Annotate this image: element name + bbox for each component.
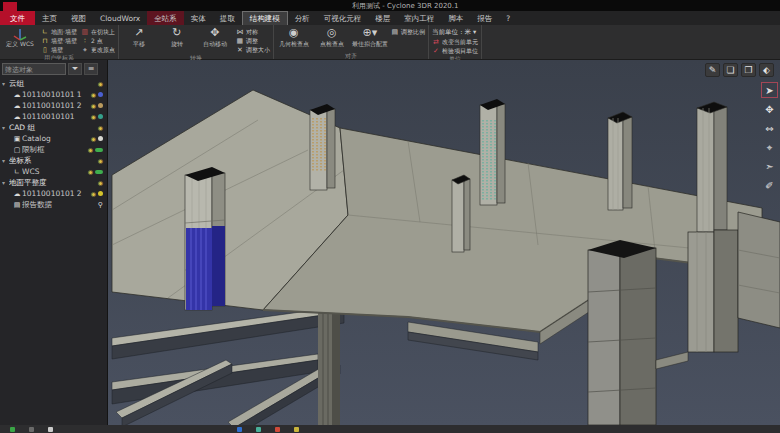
visibility-icon[interactable]: ◉ xyxy=(98,125,103,131)
color-swatch[interactable] xyxy=(95,170,103,174)
taskbar-app-icon[interactable] xyxy=(256,427,261,432)
tree-item-10110010101 1[interactable]: ☁10110010101 1◉ xyxy=(2,89,105,100)
visibility-icon[interactable]: ◉ xyxy=(98,180,103,186)
button-墙壁[interactable]: ▯墙壁 xyxy=(41,46,77,54)
button-几何检查点[interactable]: ◉几何检查点 xyxy=(277,26,311,47)
tab-脚本[interactable]: 脚本 xyxy=(441,11,470,25)
fit-view-icon[interactable]: ⇔ xyxy=(761,120,778,136)
lower-column xyxy=(318,300,340,425)
taskbar-app-icon[interactable] xyxy=(10,427,15,432)
button-墙壁·墙壁[interactable]: ⊓墙壁·墙壁 xyxy=(41,37,77,45)
tab-实体[interactable]: 实体 xyxy=(184,11,213,25)
button-自动移动[interactable]: ✥自动移动 xyxy=(198,26,232,47)
tab-室内工程[interactable]: 室内工程 xyxy=(397,11,441,25)
chevron-down-icon[interactable]: ▾ xyxy=(2,124,9,131)
select-tool-icon[interactable]: ➤ xyxy=(761,82,778,98)
color-swatch[interactable] xyxy=(98,92,103,97)
axis-icon: ∟ xyxy=(12,168,22,176)
button-点检查点[interactable]: ◎点检查点 xyxy=(315,26,349,47)
visibility-icon[interactable]: ◉ xyxy=(91,92,96,98)
3d-viewport-scene[interactable] xyxy=(108,60,780,425)
pen-icon[interactable]: ✎ xyxy=(705,63,720,77)
tree-item-10110010101 2[interactable]: ☁10110010101 2◉ xyxy=(2,100,105,111)
visibility-icon[interactable]: ◉ xyxy=(88,147,93,153)
button-对称[interactable]: ⋈对称 xyxy=(236,28,270,36)
tab-楼层[interactable]: 楼层 xyxy=(368,11,397,25)
visibility-icon[interactable]: ◉ xyxy=(88,169,93,175)
tab-结构建模[interactable]: 结构建模 xyxy=(242,11,288,25)
funnel-icon[interactable]: ⏷ xyxy=(68,63,82,75)
button-更改原点[interactable]: ⌖更改原点 xyxy=(81,46,115,54)
tab-分析[interactable]: 分析 xyxy=(288,11,317,25)
pointcloud-column-teal[interactable] xyxy=(480,99,505,205)
visibility-icon[interactable]: ◉ xyxy=(91,136,96,142)
fly-tool-icon[interactable]: ➣ xyxy=(761,158,778,174)
visibility-icon[interactable]: ◉ xyxy=(91,114,96,120)
button-调整[interactable]: ▦调整 xyxy=(236,37,270,45)
button-label: 墙壁·墙壁 xyxy=(51,37,77,46)
tab-全站系[interactable]: 全站系 xyxy=(147,11,184,25)
button-调整大小[interactable]: ✕调整大小 xyxy=(236,46,270,54)
chevron-down-icon[interactable]: ▾ xyxy=(2,157,9,164)
color-swatch[interactable] xyxy=(98,191,103,196)
button-定义 WCS[interactable]: 定义 WCS xyxy=(3,26,37,47)
tree-group-云组[interactable]: ▾云组◉ xyxy=(2,78,105,89)
color-swatch[interactable] xyxy=(98,114,103,119)
visibility-icon[interactable]: ◉ xyxy=(91,103,96,109)
search-input[interactable] xyxy=(2,63,66,75)
button-地面·墙壁[interactable]: ∟地面·墙壁 xyxy=(41,28,77,36)
button-最佳拟合配置[interactable]: ⊕▾最佳拟合配置 xyxy=(353,26,387,47)
tab-报告[interactable]: 报告 xyxy=(470,11,499,25)
pointcloud-column-orange[interactable] xyxy=(310,104,335,190)
app-menu-button[interactable] xyxy=(3,2,17,11)
chevron-down-icon[interactable]: ▾ xyxy=(2,80,9,87)
visibility-icon[interactable]: ◉ xyxy=(91,191,96,197)
hamburger-icon[interactable]: ≡ xyxy=(84,63,98,75)
tree-item-10110010101[interactable]: ☁10110010101◉ xyxy=(2,111,105,122)
pan-tool-icon[interactable]: ✥ xyxy=(761,101,778,117)
tab-视图[interactable]: 视图 xyxy=(64,11,93,25)
color-swatch[interactable] xyxy=(95,148,103,152)
tab-?[interactable]: ? xyxy=(499,11,517,25)
tab-可视化元程[interactable]: 可视化元程 xyxy=(317,11,369,25)
3d-viewport[interactable]: ✎❏❐⬖ ➤✥⇔⌖➣✐ xyxy=(108,60,780,425)
color-swatch[interactable] xyxy=(98,136,103,141)
tab-提取[interactable]: 提取 xyxy=(213,11,242,25)
button-调整比例[interactable]: ▤调整比例 xyxy=(391,28,425,36)
visibility-icon[interactable]: ◉ xyxy=(98,158,103,164)
button-2 点[interactable]: ∶2 点 xyxy=(81,37,115,45)
wall-icon: ▯ xyxy=(41,46,49,54)
current-unit-dropdown[interactable]: 当前单位：米 ▾ xyxy=(432,28,478,37)
chevron-down-icon[interactable]: ▾ xyxy=(2,179,9,186)
tree-group-坐标系[interactable]: ▾坐标系◉ xyxy=(2,155,105,166)
station-view-icon[interactable]: ⌖ xyxy=(761,139,778,155)
selected-column[interactable] xyxy=(185,167,225,310)
tree-item-WCS[interactable]: ∟WCS◉ xyxy=(2,166,105,177)
tab-CloudWorx[interactable]: CloudWorx xyxy=(93,11,147,25)
button-旋转[interactable]: ↻旋转 xyxy=(160,26,194,47)
color-swatch[interactable] xyxy=(98,103,103,108)
visibility-icon[interactable]: ◉ xyxy=(98,81,103,87)
draw-tool-icon[interactable]: ✐ xyxy=(761,177,778,193)
tree-item-报告数据[interactable]: ▤报告数据⚲ xyxy=(2,199,105,210)
taskbar-app-icon[interactable] xyxy=(294,427,299,432)
tab-主页[interactable]: 主页 xyxy=(35,11,64,25)
button-在切块上[interactable]: ▥在切块上 xyxy=(81,28,115,36)
taskbar-app-icon[interactable] xyxy=(275,427,280,432)
button-平移[interactable]: ↗平移 xyxy=(122,26,156,47)
taskbar-app-icon[interactable] xyxy=(48,427,53,432)
tag-icon[interactable]: ⬖ xyxy=(759,63,774,77)
tree-item-限制框[interactable]: ▢限制框◉ xyxy=(2,144,105,155)
stamp-alt-icon[interactable]: ❐ xyxy=(741,63,756,77)
stamp-icon[interactable]: ❏ xyxy=(723,63,738,77)
taskbar-app-icon[interactable] xyxy=(29,427,34,432)
tree-item-Catalog[interactable]: ▣Catalog◉ xyxy=(2,133,105,144)
taskbar-app-icon[interactable] xyxy=(237,427,242,432)
button-检验项目单位[interactable]: ✓检验项目单位 xyxy=(432,47,478,55)
tab-file[interactable]: 文件 xyxy=(0,11,35,25)
tree-item-10110010101 2[interactable]: ☁10110010101 2◉ xyxy=(2,188,105,199)
tree-group-地面平整度[interactable]: ▾地面平整度◉ xyxy=(2,177,105,188)
tree-group-CAD 组[interactable]: ▾CAD 组◉ xyxy=(2,122,105,133)
button-改变当前单元[interactable]: ⇄改变当前单元 xyxy=(432,38,478,46)
magnifier-icon[interactable]: ⚲ xyxy=(98,201,103,209)
